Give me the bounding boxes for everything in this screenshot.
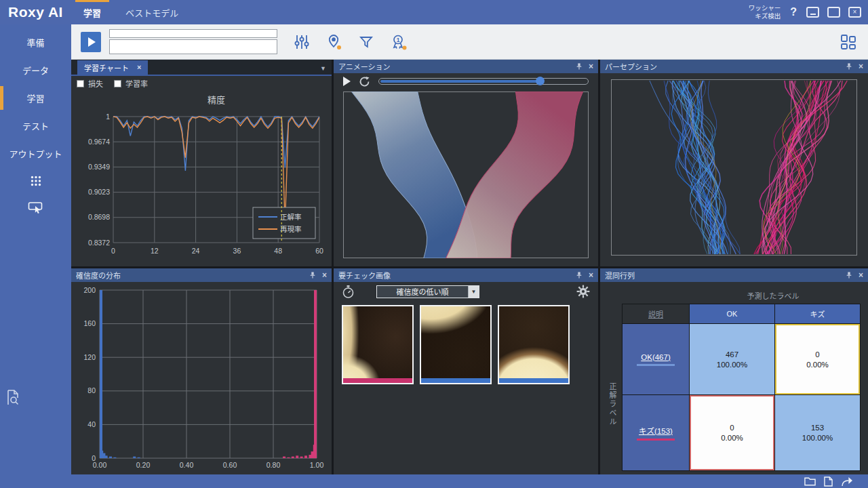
matrix-cell-kizu-ok[interactable]: 0 0.00% xyxy=(690,395,774,470)
check-image-photo xyxy=(421,306,490,378)
svg-text:36: 36 xyxy=(233,247,241,255)
pin-icon[interactable] xyxy=(309,271,316,279)
pin-icon[interactable] xyxy=(846,62,852,70)
pin-icon[interactable] xyxy=(576,62,583,70)
sidebar-item-data[interactable]: データ xyxy=(0,56,71,84)
animation-slider-fill xyxy=(380,80,541,83)
titlebar: Roxy AI 学習 ベストモデル ワッシャー キズ検出 ? × xyxy=(0,0,868,24)
predicted-column-ok: OK xyxy=(690,304,774,323)
confusion-close-icon[interactable]: × xyxy=(859,271,863,279)
tab-best-model[interactable]: ベストモデル xyxy=(113,0,191,24)
loss-checkbox[interactable]: 損失 xyxy=(77,78,103,89)
cell-percent: 100.00% xyxy=(802,434,833,442)
check-image-strip-1 xyxy=(421,378,490,383)
sidebar-item-learning[interactable]: 学習 xyxy=(0,84,71,112)
sidebar-item-output[interactable]: アウトプット xyxy=(0,140,71,167)
loss-checkbox-box[interactable] xyxy=(77,80,84,87)
actual-row-ok-label[interactable]: OK(467) xyxy=(641,353,670,361)
animation-slider-thumb[interactable] xyxy=(536,77,545,85)
svg-text:0.80: 0.80 xyxy=(267,461,281,469)
matrix-cell-ok-kizu[interactable]: 0 0.00% xyxy=(775,324,860,394)
svg-text:48: 48 xyxy=(274,247,282,255)
minimize-button[interactable] xyxy=(806,7,819,18)
check-image-thumbnail[interactable] xyxy=(498,305,570,384)
annotation-tool-icon[interactable] xyxy=(0,195,71,222)
svg-text:0.9349: 0.9349 xyxy=(88,163,110,171)
svg-text:0.40: 0.40 xyxy=(180,461,194,469)
cell-percent: 0.00% xyxy=(721,434,743,442)
best-model-medal-icon[interactable]: 1 xyxy=(390,34,408,50)
check-image-thumbnail[interactable] xyxy=(342,305,414,384)
learning-rate-checkbox-box[interactable] xyxy=(114,80,121,87)
sidebar-item-data-label: データ xyxy=(22,64,49,77)
maximize-button[interactable] xyxy=(827,7,840,18)
animation-play-button[interactable] xyxy=(343,77,351,86)
actual-row-ok[interactable]: OK(467) xyxy=(623,324,689,394)
animation-panel-title: アニメーション xyxy=(338,61,391,72)
file-search-icon[interactable] xyxy=(0,389,71,416)
folder-icon[interactable] xyxy=(804,476,816,486)
stopwatch-icon[interactable] xyxy=(342,285,355,299)
matrix-cell-ok-ok[interactable]: 467 100.00% xyxy=(690,324,774,394)
learning-chart-close-icon[interactable]: × xyxy=(137,64,141,71)
matrix-cell-kizu-kizu[interactable]: 153 100.00% xyxy=(775,395,860,470)
legend-link[interactable]: 説明 xyxy=(623,304,689,323)
cell-count: 0 xyxy=(815,350,819,359)
confidence-histogram: 040801201602000.000.200.400.600.801.00 xyxy=(71,282,332,474)
svg-text:0.00: 0.00 xyxy=(93,461,107,469)
roxy-ai-logo: Roxy AI xyxy=(0,4,71,20)
check-images-close-icon[interactable]: × xyxy=(589,271,593,279)
pin-icon[interactable] xyxy=(576,271,583,279)
toolbar-model-field[interactable] xyxy=(109,39,277,54)
learning-chart-tab[interactable]: 学習チャート × xyxy=(77,60,148,75)
svg-text:正解率: 正解率 xyxy=(280,213,302,221)
perception-close-icon[interactable]: × xyxy=(859,62,863,70)
grid-menu-icon[interactable] xyxy=(0,167,71,195)
learning-rate-checkbox[interactable]: 学習率 xyxy=(114,78,148,89)
cell-percent: 0.00% xyxy=(806,361,829,369)
gear-icon[interactable] xyxy=(576,285,590,298)
confidence-close-icon[interactable]: × xyxy=(322,271,327,279)
animation-slider[interactable] xyxy=(378,78,589,85)
panel-animation: アニメーション × xyxy=(334,60,598,266)
mx-row-bar-0 xyxy=(637,364,675,366)
help-button[interactable]: ? xyxy=(789,6,798,18)
layout-windows-icon[interactable] xyxy=(840,33,857,51)
filter-icon[interactable] xyxy=(359,35,374,49)
learning-chart-tabbar: 学習チャート × ▼ xyxy=(71,60,332,76)
pin-icon[interactable] xyxy=(846,271,852,279)
project-name-line2: キズ検出 xyxy=(749,12,781,20)
check-images-panel-title: 要チェック画像 xyxy=(338,270,391,281)
svg-text:12: 12 xyxy=(151,247,159,255)
animation-close-icon[interactable]: × xyxy=(589,62,593,70)
actual-row-kizu-label[interactable]: キズ(153) xyxy=(639,425,673,436)
svg-text:0.8698: 0.8698 xyxy=(88,213,110,221)
toolbar-progress-field[interactable] xyxy=(109,29,277,38)
cell-count: 467 xyxy=(726,350,738,359)
sort-order-dropdown-button[interactable]: ▼ xyxy=(468,286,479,298)
svg-text:200: 200 xyxy=(83,286,96,294)
close-button[interactable]: × xyxy=(848,7,861,18)
svg-text:160: 160 xyxy=(83,319,96,327)
sidebar-item-test-label: テスト xyxy=(22,119,49,132)
sort-order-select[interactable]: 確信度の低い順 ▼ xyxy=(376,285,479,298)
animation-visualization xyxy=(343,92,589,258)
confusion-panel-title: 混同行列 xyxy=(605,270,635,281)
new-file-icon[interactable] xyxy=(824,476,833,487)
location-pin-icon[interactable] xyxy=(326,34,342,50)
sidebar-item-preparation[interactable]: 準備 xyxy=(0,28,71,56)
chevron-down-icon[interactable]: ▼ xyxy=(320,65,332,75)
share-icon[interactable] xyxy=(841,476,853,487)
cell-percent: 100.00% xyxy=(717,361,747,369)
learning-chart-tab-label: 学習チャート xyxy=(84,62,129,73)
tune-settings-icon[interactable] xyxy=(294,34,310,50)
svg-text:0.9023: 0.9023 xyxy=(88,188,110,196)
check-image-thumbnail[interactable] xyxy=(420,305,492,384)
tab-learning-label: 学習 xyxy=(83,6,101,19)
perception-visualization xyxy=(611,79,857,256)
sidebar-item-test[interactable]: テスト xyxy=(0,112,71,140)
tab-learning[interactable]: 学習 xyxy=(71,0,113,24)
actual-row-kizu[interactable]: キズ(153) xyxy=(623,395,689,470)
animation-loop-icon[interactable] xyxy=(359,76,370,87)
run-training-button[interactable] xyxy=(81,32,101,52)
